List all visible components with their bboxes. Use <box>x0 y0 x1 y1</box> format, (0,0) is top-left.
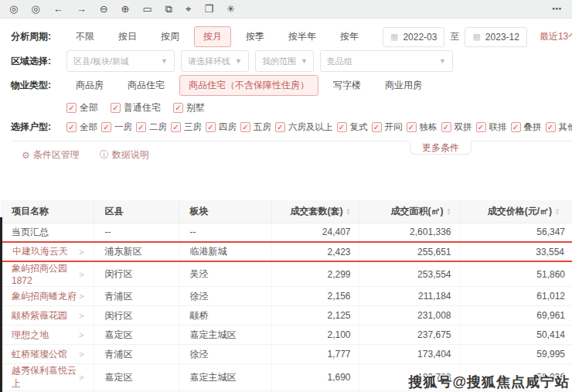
property-option-4[interactable]: 商业用房 <box>376 75 431 96</box>
project-name-link[interactable]: 中建玖海云天 <box>12 245 68 258</box>
period-option-2[interactable]: 按周 <box>152 26 189 47</box>
checkbox-checked-icon: ✓ <box>101 122 111 132</box>
period-option-1[interactable]: 按日 <box>109 26 146 47</box>
project-name-link[interactable]: 虹桥璀璨公馆 <box>12 348 67 361</box>
toolbar-icon-group: ◎◎←→⊖⊕▭⧉⌖❐✳ <box>9 4 235 14</box>
property-option-2[interactable]: 商品住宅（不含保障性住房） <box>179 75 318 96</box>
chevron-right-icon[interactable]: > <box>79 311 85 320</box>
property-sub-checkbox-1[interactable]: ✓普通住宅 <box>111 101 161 114</box>
sort-arrows-icon[interactable]: ▲▼ <box>555 208 560 215</box>
date-to-input[interactable]: ▦ 2023-12 <box>465 27 526 47</box>
region-dropdown-0[interactable]: 区县/板块/新城▼ <box>66 50 175 72</box>
property-sub-checkbox-label: 别墅 <box>186 101 205 114</box>
record-dot2-icon[interactable]: ◎ <box>31 4 39 14</box>
property-option-3[interactable]: 写字楼 <box>324 75 370 96</box>
back-icon[interactable]: ← <box>53 4 63 14</box>
project-name-link[interactable]: 理想之地 <box>12 329 49 342</box>
cell-district: 闵行区 <box>94 306 179 326</box>
zoom-out-icon[interactable]: ⊖ <box>100 4 108 14</box>
checkbox-checked-icon: ✓ <box>275 122 285 132</box>
dropdown-placeholder: 竞品组 <box>327 56 352 67</box>
room-type-checkbox-11[interactable]: ✓联排 <box>476 121 507 133</box>
project-name-link[interactable]: 象屿招商蟠龙府 <box>12 290 77 303</box>
checkbox-checked-icon: ✓ <box>136 122 146 132</box>
cell-project-name: 当页汇总 <box>1 223 94 242</box>
cell-district: 浦东新区 <box>94 242 179 261</box>
record-dot-icon[interactable]: ◎ <box>9 4 18 14</box>
room-type-checkbox-label: 独栋 <box>420 121 438 133</box>
magic-wand-icon[interactable]: ✳ <box>226 4 235 14</box>
chevron-down-icon: ▼ <box>161 57 168 65</box>
room-type-checkbox-13[interactable]: ✓其他 <box>546 121 572 133</box>
column-header-0: 项目名称 <box>1 200 94 223</box>
column-header-5[interactable]: 成交价格(元/㎡)▲▼ <box>459 200 572 223</box>
room-type-checkbox-5[interactable]: ✓五房 <box>240 121 271 133</box>
zoom-in-icon[interactable]: ⊕ <box>121 4 130 14</box>
room-type-checkbox-label: 五房 <box>254 121 271 133</box>
dropdown-placeholder: 我的范围 <box>262 56 296 67</box>
room-type-checkbox-7[interactable]: ✓复式 <box>337 121 368 133</box>
sort-desc-icon: ▼ <box>555 212 560 216</box>
cell-district: 青浦区 <box>94 345 179 364</box>
cell-project-name: 象屿招商蟠龙府> <box>1 287 94 306</box>
forward-icon[interactable]: → <box>77 4 87 14</box>
sort-arrows-icon[interactable]: ▲▼ <box>346 208 351 215</box>
more-menu-icon[interactable]: ⋯ <box>552 3 563 15</box>
chevron-right-icon[interactable]: > <box>79 247 85 257</box>
project-name-link[interactable]: 颛桥紫薇花园 <box>12 309 67 322</box>
chevron-right-icon[interactable]: > <box>79 349 85 359</box>
region-dropdown-1[interactable]: 请选择环线▼ <box>181 50 249 72</box>
watermark-text: 搜狐号@搜狐焦点咸宁站 <box>408 373 570 391</box>
new-window-icon[interactable]: ❐ <box>204 4 213 14</box>
room-type-checkbox-0[interactable]: ✓全部 <box>66 121 97 133</box>
room-type-checkbox-9[interactable]: ✓独栋 <box>407 121 438 133</box>
room-type-checkbox-1[interactable]: ✓一房 <box>101 121 132 133</box>
property-option-0[interactable]: 商品房 <box>66 75 113 96</box>
column-header-label: 成交价格(元/㎡) <box>488 206 552 216</box>
column-header-4[interactable]: 成交面积(㎡)▲▼ <box>359 200 459 223</box>
cell-district: 嘉定区 <box>94 326 179 345</box>
column-header-3[interactable]: 成交套数(套)▲▼ <box>271 200 359 223</box>
column-header-label: 项目名称 <box>12 206 49 216</box>
quick-range-link-0[interactable]: 最近13个月 <box>540 30 572 43</box>
capture-icon[interactable]: ⌖ <box>186 4 191 14</box>
period-option-3[interactable]: 按月 <box>194 26 231 47</box>
room-type-checkbox-label: 六房及以上 <box>288 121 333 133</box>
property-sub-checkbox-2[interactable]: ✓别墅 <box>173 101 205 114</box>
checkbox-checked-icon: ✓ <box>511 122 521 132</box>
condition-manage-link[interactable]: ⚙ 条件区管理 <box>22 148 80 162</box>
room-type-checkbox-10[interactable]: ✓双拼 <box>441 121 472 133</box>
chevron-right-icon[interactable]: > <box>79 373 85 382</box>
property-sub-checkbox-0[interactable]: ✓全部 <box>66 101 98 114</box>
sort-arrows-icon[interactable]: ▲▼ <box>447 208 451 215</box>
summary-label: 当页汇总 <box>12 226 49 239</box>
period-option-5[interactable]: 按半年 <box>279 26 325 47</box>
property-option-1[interactable]: 商品住宅 <box>118 75 174 96</box>
region-dropdown-3[interactable]: 竞品组▼ <box>320 50 453 72</box>
cell-deals: 2,423 <box>271 242 359 261</box>
room-type-checkbox-4[interactable]: ✓四房 <box>206 121 237 133</box>
room-type-checkbox-12[interactable]: ✓叠拼 <box>511 121 542 133</box>
cell-project-name: 中建玖海云天> <box>1 242 94 261</box>
room-type-checkbox-3[interactable]: ✓三房 <box>171 121 202 133</box>
data-note-link[interactable]: ⓘ 数据说明 <box>100 148 149 162</box>
cell-district: 嘉定区 <box>94 364 179 391</box>
room-type-checkbox-6[interactable]: ✓六房及以上 <box>275 121 333 133</box>
room-type-checkbox-2[interactable]: ✓二房 <box>136 121 167 133</box>
region-dropdown-2[interactable]: 我的范围▼ <box>255 50 314 72</box>
period-option-4[interactable]: 按季 <box>237 26 274 47</box>
checkbox-checked-icon: ✓ <box>372 122 382 132</box>
multi-window-icon[interactable]: ⧉ <box>165 4 172 14</box>
chevron-right-icon[interactable]: > <box>79 291 85 301</box>
chevron-right-icon[interactable]: > <box>79 270 85 279</box>
period-option-6[interactable]: 按年 <box>331 26 368 47</box>
fit-view-icon[interactable]: ▭ <box>143 4 152 14</box>
date-from-input[interactable]: ▦ 2022-03 <box>383 27 444 47</box>
chevron-right-icon[interactable]: > <box>79 330 85 339</box>
more-conditions-tab[interactable]: 更多条件 <box>410 141 472 155</box>
project-name-link[interactable]: 越秀保利嘉悦云上 <box>12 364 79 390</box>
project-name-link[interactable]: 象屿招商公园1872 <box>12 262 79 286</box>
period-option-0[interactable]: 不限 <box>66 26 104 47</box>
room-type-checkbox-8[interactable]: ✓开间 <box>372 121 403 133</box>
cell-deals: 1,690 <box>271 364 359 391</box>
